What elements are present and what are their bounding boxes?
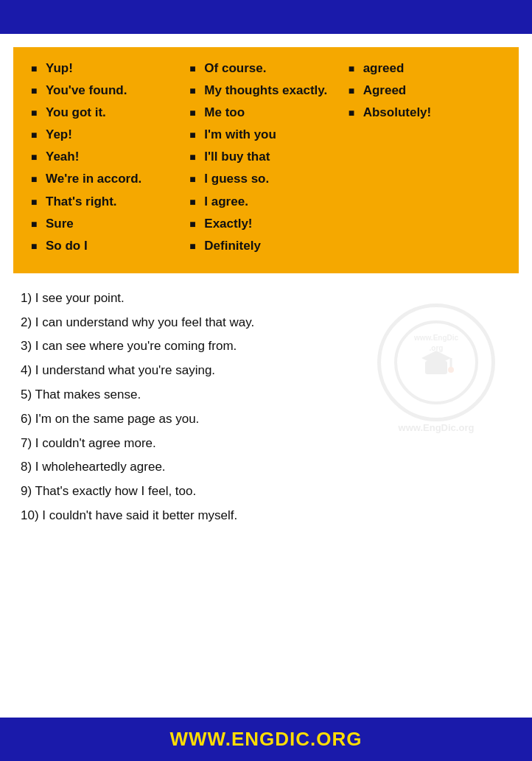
synonym-item: ■Of course. — [189, 60, 342, 77]
synonym-text: You've found. — [46, 83, 127, 99]
synonym-text: My thoughts exactly. — [204, 83, 327, 99]
synonym-text: Absolutely! — [363, 105, 432, 121]
examples-section: www.EngDic .org www.EngDic.org 1) I see … — [0, 273, 532, 718]
example-item: 6) I'm on the same page as you. — [21, 410, 511, 428]
synonym-text: Yup! — [46, 60, 73, 77]
bullet-icon: ■ — [31, 150, 41, 164]
example-item: 2) I can understand why you feel that wa… — [21, 314, 511, 332]
bullet-icon: ■ — [31, 195, 41, 208]
bullet-icon: ■ — [31, 217, 41, 231]
example-item: 8) I wholeheartedly agree. — [21, 458, 511, 476]
synonym-item: ■We're in accord. — [31, 171, 183, 187]
bullet-icon: ■ — [189, 150, 200, 164]
synonym-item: ■I'll buy that — [189, 149, 342, 165]
bullet-icon: ■ — [189, 62, 200, 75]
synonym-item: ■Sure — [31, 216, 183, 232]
synonym-item: ■You got it. — [31, 105, 183, 121]
bullet-icon: ■ — [31, 172, 41, 186]
bullet-icon: ■ — [31, 62, 41, 75]
synonym-item: ■So do I — [31, 238, 183, 254]
synonym-text: Yep! — [46, 127, 72, 143]
bullet-icon: ■ — [31, 239, 41, 253]
synonym-item: ■Yep! — [31, 127, 183, 143]
synonym-item: ■Exactly! — [189, 216, 342, 232]
synonym-text: Sure — [46, 216, 74, 232]
example-item: 3) I can see where you're coming from. — [21, 337, 511, 355]
synonyms-col-3: ■agreed■Agreed■Absolutely! — [346, 60, 504, 260]
bullet-icon: ■ — [31, 128, 41, 141]
synonym-item: ■I guess so. — [189, 171, 342, 187]
synonym-item: ■My thoughts exactly. — [189, 83, 342, 99]
synonym-item: ■That's right. — [31, 194, 183, 210]
example-item: 1) I see your point. — [21, 290, 511, 307]
example-item: 10) I couldn't have said it better mysel… — [21, 507, 511, 525]
synonym-text: I agree. — [204, 194, 248, 210]
synonym-item: ■agreed — [349, 60, 501, 77]
bullet-icon: ■ — [189, 172, 200, 186]
bullet-icon: ■ — [189, 128, 200, 141]
bullet-icon: ■ — [189, 195, 200, 208]
bullet-icon: ■ — [31, 106, 41, 119]
bullet-icon: ■ — [349, 106, 359, 119]
footer: WWW.ENGDIC.ORG — [0, 718, 532, 761]
synonym-text: Exactly! — [204, 216, 252, 232]
synonym-item: ■Yup! — [31, 60, 183, 77]
synonym-text: Definitely — [204, 238, 261, 254]
synonym-item: ■Absolutely! — [349, 105, 501, 121]
synonym-text: Me too — [204, 105, 245, 121]
footer-text: WWW.ENGDIC.ORG — [10, 728, 522, 751]
bullet-icon: ■ — [31, 84, 41, 97]
synonym-text: I guess so. — [204, 171, 269, 187]
synonym-item: ■Definitely — [189, 238, 342, 254]
synonym-text: I'm with you — [204, 127, 276, 143]
synonym-text: Agreed — [363, 83, 407, 99]
example-item: 5) That makes sense. — [21, 386, 511, 404]
bullet-icon: ■ — [349, 84, 359, 97]
synonym-text: I'll buy that — [204, 149, 270, 165]
example-item: 9) That's exactly how I feel, too. — [21, 483, 511, 500]
footer-normal: WWW. — [170, 728, 231, 750]
synonym-item: ■Agreed — [349, 83, 501, 99]
synonym-item: ■You've found. — [31, 83, 183, 99]
synonym-item: ■Yeah! — [31, 149, 183, 165]
synonyms-grid: ■Yup!■You've found.■You got it.■Yep!■Yea… — [28, 60, 504, 260]
synonym-item: ■I'm with you — [189, 127, 342, 143]
synonym-text: You got it. — [46, 105, 106, 121]
bullet-icon: ■ — [189, 239, 200, 253]
synonym-item: ■I agree. — [189, 194, 342, 210]
synonym-text: That's right. — [46, 194, 117, 210]
synonym-text: Yeah! — [46, 149, 79, 165]
bullet-icon: ■ — [189, 217, 200, 231]
example-item: 7) I couldn't agree more. — [21, 435, 511, 452]
footer-end: .ORG — [310, 728, 362, 750]
synonyms-col-2: ■Of course.■My thoughts exactly.■Me too■… — [186, 60, 345, 260]
synonym-text: Of course. — [204, 60, 266, 77]
synonyms-col-1: ■Yup!■You've found.■You got it.■Yep!■Yea… — [28, 60, 186, 260]
bullet-icon: ■ — [189, 106, 200, 119]
header — [0, 0, 532, 34]
footer-highlight: ENGDIC — [231, 728, 310, 750]
synonyms-box: ■Yup!■You've found.■You got it.■Yep!■Yea… — [13, 47, 519, 273]
examples-list: 1) I see your point.2) I can understand … — [21, 290, 511, 525]
example-item: 4) I understand what you're saying. — [21, 362, 511, 379]
synonym-text: We're in accord. — [46, 171, 141, 187]
synonym-item: ■Me too — [189, 105, 342, 121]
bullet-icon: ■ — [189, 84, 200, 97]
synonym-text: So do I — [46, 238, 88, 254]
bullet-icon: ■ — [349, 62, 359, 75]
synonym-text: agreed — [363, 60, 405, 77]
